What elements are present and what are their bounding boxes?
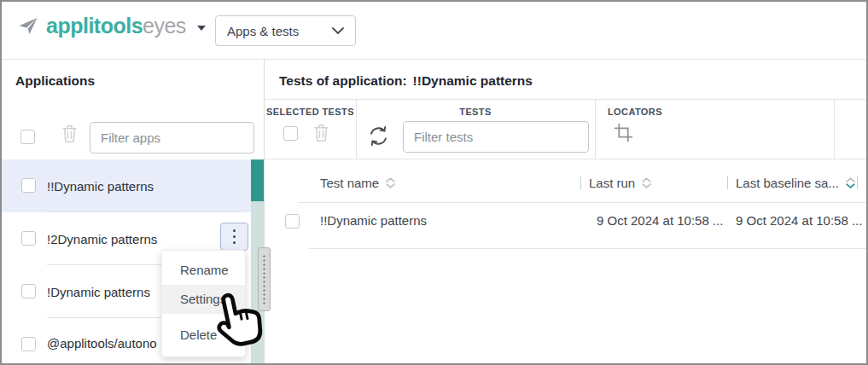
delete-tests-trash-icon[interactable] — [312, 123, 330, 142]
applications-panel-title: Applications — [15, 73, 95, 89]
filter-tests-input[interactable] — [403, 121, 589, 153]
column-separator — [857, 177, 858, 189]
app-list-item[interactable]: !!Dynamic patterns — [2, 159, 252, 212]
app-name: !2Dynamic patterns — [47, 232, 157, 246]
column-label: Test name — [320, 176, 379, 190]
test-name-cell[interactable]: !!Dynamic patterns — [320, 213, 427, 228]
sort-icon[interactable] — [386, 177, 395, 188]
toolbar-section-divider — [834, 100, 835, 159]
tests-panel-title-app: !!Dynamic patterns — [413, 73, 533, 88]
last-run-cell: 9 Oct 2024 at 10:58 ... — [597, 213, 723, 228]
column-header-last-baseline-saved[interactable]: Last baseline sa... — [736, 176, 855, 190]
toolbar-divider — [265, 159, 868, 159]
table-header-divider — [298, 202, 868, 203]
brand-suffix: eyes — [143, 14, 186, 38]
view-dropdown-label: Apps & tests — [227, 24, 299, 38]
column-label: Last run — [589, 176, 635, 190]
sort-icon[interactable] — [642, 177, 651, 188]
sidebar-scrollbar-thumb[interactable] — [251, 159, 264, 201]
panel-divider — [264, 59, 265, 365]
app-checkbox[interactable] — [21, 231, 36, 246]
applitools-eyes-window: applitools eyes Apps & tests Application… — [0, 0, 868, 365]
tests-panel-title: Tests of application:!!Dynamic patterns — [279, 73, 533, 89]
filter-apps-input[interactable] — [90, 122, 254, 154]
brand[interactable]: applitools eyes — [17, 14, 206, 38]
applitools-logo-icon — [17, 16, 40, 37]
locators-section-label: LOCATORS — [608, 107, 662, 117]
app-name: !!Dynamic patterns — [47, 179, 154, 194]
brand-caret-icon[interactable] — [197, 26, 206, 31]
column-separator — [580, 177, 581, 189]
tests-panel-title-prefix: Tests of application: — [279, 73, 407, 88]
column-header-test-name[interactable]: Test name — [320, 176, 395, 190]
app-name: @applitools/autono — [47, 335, 157, 350]
selected-tests-section-label: SELECTED TESTS — [265, 107, 356, 117]
select-all-apps-checkbox[interactable] — [20, 130, 35, 144]
chevron-down-icon — [332, 27, 344, 34]
column-label: Last baseline sa... — [736, 176, 839, 190]
app-checkbox[interactable] — [21, 178, 36, 193]
tests-section-label: TESTS — [356, 107, 595, 117]
locators-crop-icon[interactable] — [613, 122, 634, 143]
top-bar: applitools eyes Apps & tests — [2, 2, 866, 60]
app-name: !Dynamic patterns — [47, 285, 150, 299]
delete-apps-trash-icon[interactable] — [61, 124, 79, 143]
app-actions-kebab-menu-button[interactable] — [220, 223, 248, 251]
view-dropdown[interactable]: Apps & tests — [215, 15, 356, 46]
column-separator — [727, 177, 728, 189]
toolbar-section-divider — [595, 100, 596, 159]
app-checkbox[interactable] — [21, 337, 36, 351]
last-baseline-saved-cell: 9 Oct 2024 at 10:58 ... — [736, 213, 862, 228]
toolbar-section-divider — [356, 100, 357, 159]
app-checkbox[interactable] — [21, 284, 36, 298]
test-row-checkbox[interactable] — [285, 214, 300, 229]
table-row-divider — [309, 248, 868, 249]
select-all-tests-checkbox[interactable] — [283, 126, 298, 141]
brand-name: applitools — [46, 14, 143, 38]
menu-item-rename[interactable]: Rename — [162, 256, 245, 285]
column-header-last-run[interactable]: Last run — [589, 176, 651, 190]
refresh-tests-icon[interactable] — [367, 125, 390, 148]
sort-icon-active-desc[interactable] — [846, 177, 855, 188]
